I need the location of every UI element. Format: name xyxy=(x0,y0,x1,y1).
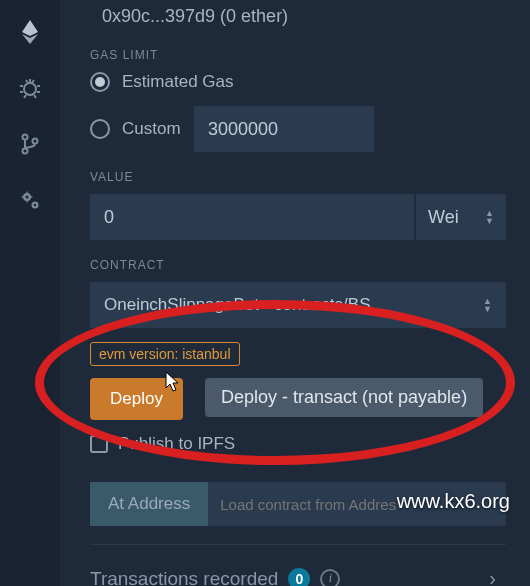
value-unit-select[interactable]: Wei ▲▼ xyxy=(416,194,506,240)
deploy-tooltip: Deploy - transact (not payable) xyxy=(205,378,483,417)
value-unit-text: Wei xyxy=(428,207,459,228)
chevron-right-icon: › xyxy=(489,567,496,586)
svg-point-2 xyxy=(23,149,28,154)
gas-custom-input[interactable] xyxy=(194,106,374,152)
svg-point-0 xyxy=(24,83,36,95)
at-address-button[interactable]: At Address xyxy=(90,482,208,526)
branch-icon[interactable] xyxy=(16,130,44,158)
account-selector[interactable]: 0x90c...397d9 (0 ether) xyxy=(90,0,506,30)
deploy-button[interactable]: Deploy xyxy=(90,378,183,420)
gas-custom-option[interactable]: Custom xyxy=(90,106,506,152)
contract-select[interactable]: OneinchSlippageBot - contracts/BS ▲▼ xyxy=(90,282,506,328)
chevron-updown-icon: ▲▼ xyxy=(485,209,494,225)
radio-unselected-icon xyxy=(90,119,110,139)
gas-custom-label: Custom xyxy=(122,119,182,139)
info-icon[interactable]: i xyxy=(320,569,340,587)
value-label: VALUE xyxy=(90,170,506,184)
transactions-label: Transactions recorded xyxy=(90,568,278,587)
radio-selected-icon xyxy=(90,72,110,92)
chevron-updown-icon: ▲▼ xyxy=(483,297,492,313)
checkbox-icon xyxy=(90,435,108,453)
bug-icon[interactable] xyxy=(16,74,44,102)
gas-estimated-option[interactable]: Estimated Gas xyxy=(90,72,506,92)
contract-selected-text: OneinchSlippageBot - contracts/BS xyxy=(104,295,370,315)
svg-point-3 xyxy=(33,139,38,144)
publish-ipfs-label: Publish to IPFS xyxy=(118,434,235,454)
transactions-count-badge: 0 xyxy=(288,568,310,587)
sidebar xyxy=(0,0,60,586)
watermark-text: www.kx6.org xyxy=(397,490,510,513)
svg-point-5 xyxy=(26,196,29,199)
contract-label: CONTRACT xyxy=(90,258,506,272)
svg-point-7 xyxy=(34,204,36,206)
evm-version-tag: evm version: istanbul xyxy=(90,342,240,366)
settings-gear-icon[interactable] xyxy=(16,186,44,214)
ethereum-logo-icon[interactable] xyxy=(16,18,44,46)
transactions-recorded-row[interactable]: Transactions recorded 0 i › xyxy=(90,567,506,586)
gas-estimated-label: Estimated Gas xyxy=(122,72,234,92)
value-amount-input[interactable] xyxy=(90,194,414,240)
publish-ipfs-option[interactable]: Publish to IPFS xyxy=(90,434,506,454)
divider xyxy=(90,544,506,545)
gas-limit-label: GAS LIMIT xyxy=(90,48,506,62)
svg-point-1 xyxy=(23,135,28,140)
